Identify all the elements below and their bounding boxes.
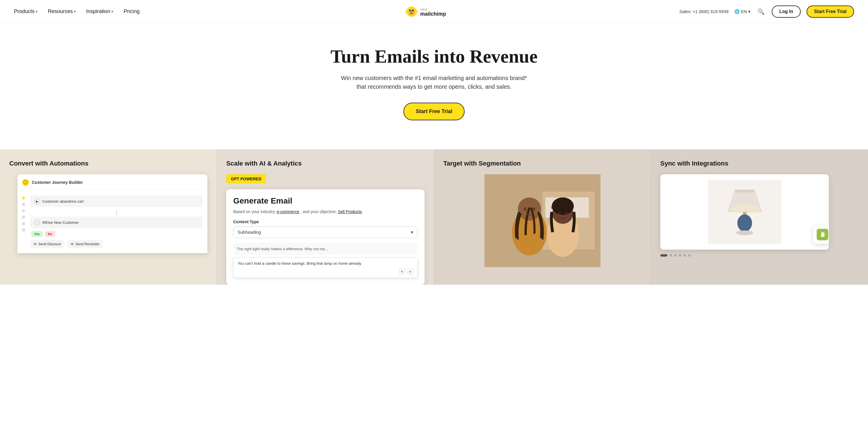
header: Products ▾ Resources ▾ Inspiration ▾ Pri… (0, 0, 868, 23)
mockup-title-text: Customer Journey Builder (32, 180, 83, 185)
gpt-badge: GPT POWERED (226, 174, 266, 184)
hero-trial-button[interactable]: Start Free Trial (403, 103, 464, 120)
shopify-badge (813, 225, 829, 244)
yes-badge: Yes (31, 231, 43, 237)
chevron-down-icon: ▾ (74, 9, 76, 13)
play-icon: ▶ (34, 198, 40, 204)
carousel-dots (660, 254, 859, 256)
card-title: Generate Email (233, 196, 417, 206)
hero-title: Turn Emails into Revenue (6, 47, 862, 67)
branch-icon: ⑂ (34, 219, 40, 225)
svg-point-26 (552, 197, 574, 215)
search-icon: 🔍 (757, 8, 765, 15)
svg-point-3 (412, 9, 414, 11)
ai-suggestion-popup: You can't hold a candle to these savings… (233, 257, 417, 278)
content-type-select[interactable]: Subheading ▾ (233, 226, 417, 238)
automations-title: Convert with Automations (9, 160, 207, 167)
svg-point-10 (415, 10, 418, 13)
sidebar-icon-active (22, 196, 25, 199)
search-button[interactable]: 🔍 (756, 7, 766, 16)
email-icon: ✉ (34, 242, 36, 246)
svg-point-8 (411, 11, 412, 12)
features-section: Convert with Automations Customer Journe… (0, 149, 868, 285)
ai-panel: Scale with AI & Analytics GPT POWERED Ge… (217, 149, 434, 285)
logo[interactable]: intuit mailchimp (405, 5, 463, 19)
carousel-dot (684, 254, 686, 256)
svg-text:mailchimp: mailchimp (420, 11, 446, 17)
svg-point-23 (532, 207, 535, 211)
svg-point-34 (730, 205, 760, 215)
segmentation-title: Target with Segmentation (443, 160, 642, 167)
sell-products-link[interactable]: Sell Products (338, 209, 362, 214)
sidebar-icon (22, 222, 25, 225)
integrations-title: Sync with Integrations (660, 160, 859, 167)
automations-panel: Convert with Automations Customer Journe… (0, 149, 217, 285)
nav-right: Sales: +1 (800) 315-5939 🌐 EN ▾ 🔍 Log In… (679, 5, 854, 18)
chevron-down-icon: ▾ (748, 9, 750, 14)
email-icon: ✉ (71, 242, 74, 246)
carousel-dot-active (660, 254, 667, 256)
email-preview-text: The right light really makes a differenc… (233, 243, 417, 255)
send-discount-btn: ✉ Send Discount (30, 240, 64, 248)
no-badge: No (45, 231, 55, 237)
carousel-dot (679, 254, 681, 256)
sidebar-icon (22, 203, 25, 206)
send-reminder-btn: ✉ Send Reminder (67, 240, 103, 248)
integrations-preview (660, 174, 859, 261)
svg-point-28 (565, 212, 567, 215)
journey-branch: Yes No (30, 231, 203, 237)
integrations-panel: Sync with Integrations (651, 149, 868, 285)
carousel-dot (688, 254, 690, 256)
svg-text:intuit: intuit (420, 7, 427, 11)
svg-point-13 (24, 181, 27, 184)
shopify-icon (817, 229, 828, 240)
email-generate-card: Generate Email Based on your industry, e… (226, 189, 424, 285)
lamp-image-card (660, 174, 829, 250)
svg-point-22 (524, 207, 526, 211)
content-type-label: Content Type (233, 219, 417, 224)
login-button[interactable]: Log In (772, 5, 801, 18)
nav-resources[interactable]: Resources ▾ (48, 8, 76, 14)
svg-point-7 (411, 11, 411, 12)
segmentation-image (443, 174, 642, 267)
segmentation-panel: Target with Segmentation (434, 149, 651, 285)
nav-left: Products ▾ Resources ▾ Inspiration ▾ Pri… (14, 8, 140, 14)
ecommerce-link[interactable]: e-commerce (277, 209, 299, 214)
svg-point-31 (737, 215, 752, 232)
carousel-dot (674, 254, 677, 256)
chevron-down-icon: ▾ (411, 229, 413, 235)
header-trial-button[interactable]: Start Free Trial (807, 5, 854, 18)
hero-section: Turn Emails into Revenue Win new custome… (0, 23, 868, 149)
svg-point-27 (558, 212, 560, 215)
popup-action-icons: ↻ ⎘ (238, 269, 413, 275)
svg-point-4 (410, 10, 410, 10)
nav-products[interactable]: Products ▾ (14, 8, 37, 14)
refresh-icon[interactable]: ↻ (399, 269, 405, 275)
send-actions-row: ✉ Send Discount ✉ Send Reminder (30, 240, 203, 248)
sidebar-icon (22, 228, 25, 232)
chevron-down-icon: ▾ (111, 9, 113, 13)
svg-point-2 (409, 9, 411, 11)
sidebar-icon (22, 209, 25, 212)
journey-step-cart: ▶ Customer abandons cart (30, 195, 203, 207)
card-description: Based on your industry, e-commerce , and… (233, 209, 417, 215)
svg-point-6 (410, 11, 413, 13)
svg-point-5 (413, 10, 413, 10)
language-selector[interactable]: 🌐 EN ▾ (734, 9, 750, 14)
copy-icon[interactable]: ⎘ (407, 269, 413, 275)
nav-pricing[interactable]: Pricing (124, 8, 140, 14)
journey-builder-mockup: Customer Journey Builder ▶ (18, 174, 207, 253)
svg-point-9 (405, 10, 408, 13)
hero-subtitle: Win new customers with the #1 email mark… (336, 74, 533, 91)
mockup-header: Customer Journey Builder (22, 179, 203, 190)
journey-step-ifelse: ⑂ If/Else New Customer (30, 217, 203, 228)
globe-icon: 🌐 (734, 9, 740, 14)
mockup-logo-icon (22, 179, 29, 186)
carousel-dot (670, 254, 672, 256)
sidebar-icon (22, 216, 25, 219)
sales-number: Sales: +1 (800) 315-5939 (679, 9, 728, 14)
nav-inspiration[interactable]: Inspiration ▾ (86, 8, 113, 14)
svg-point-33 (736, 230, 753, 236)
ai-title: Scale with AI & Analytics (226, 160, 424, 167)
chevron-down-icon: ▾ (36, 9, 37, 13)
